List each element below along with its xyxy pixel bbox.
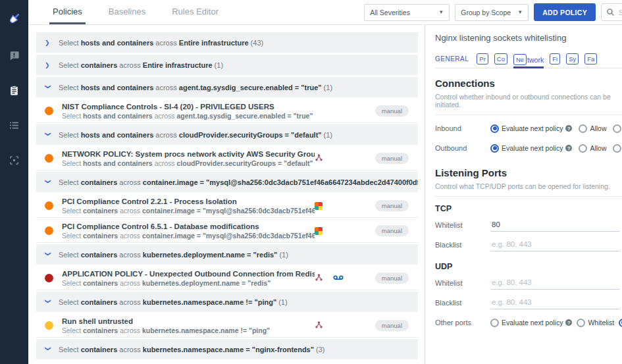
tab-pr[interactable]: Pr	[477, 53, 488, 68]
connections-heading: Connections	[435, 78, 622, 89]
field-label: Other ports	[435, 319, 490, 326]
search-icon	[606, 8, 615, 16]
radio-option-evaluate-next-policy[interactable]: Evaluate next policy?	[490, 319, 572, 327]
radio-field-row: OutboundEvaluate next policy?AllowDeny	[435, 138, 622, 158]
tab-baselines[interactable]: Baselines	[105, 0, 149, 24]
tab-rules-editor[interactable]: Rules Editor	[168, 0, 222, 24]
radio-options: Evaluate next policy?WhitelistBlacklist	[490, 319, 622, 327]
group-by-select[interactable]: Group by Scope ▼	[455, 4, 529, 21]
radio-option-allow[interactable]: Allow	[579, 124, 606, 133]
severity-dot	[45, 226, 53, 235]
top-actions: All Severities ▼ Group by Scope ▼ ADD PO…	[364, 0, 622, 24]
other-ports-row: Other portsEvaluate next policy?Whitelis…	[435, 313, 622, 332]
radio-option-evaluate-next-policy[interactable]: Evaluate next policy?	[490, 124, 572, 133]
sidebar-item-rules-list[interactable]	[0, 113, 28, 140]
radio-icon	[577, 319, 585, 327]
chevron-down-icon: ❯	[45, 179, 51, 186]
tab-general[interactable]: GENERAL	[435, 55, 469, 68]
chevron-down-icon: ❯	[45, 84, 51, 91]
capture-icon	[333, 273, 344, 284]
policy-group-header[interactable]: ❯Select hosts and containers across Enti…	[36, 32, 418, 53]
policy-text: NETWORK POLICY: System procs network act…	[62, 150, 315, 167]
manual-badge: manual	[375, 153, 409, 164]
radio-option-deny[interactable]: Deny	[613, 144, 622, 153]
sidebar-item-comment-alert[interactable]	[0, 43, 28, 70]
container-image-icon	[315, 202, 323, 210]
radio-label: Whitelist	[588, 319, 614, 326]
chevron-right-icon: ❯	[45, 62, 51, 68]
tab-sy[interactable]: Sy	[566, 53, 579, 68]
policy-row[interactable]: NIST Compliance Controls - SI-4 (20) - P…	[36, 99, 418, 123]
group-by-value: Group by Scope	[461, 9, 511, 16]
help-icon[interactable]: ?	[565, 125, 572, 132]
listening-ports-description: Control what TCP/UDP ports can be opened…	[435, 182, 622, 197]
policy-group-header[interactable]: ❯Select containers across kubernetes.nam…	[36, 292, 418, 312]
top-tabs: PoliciesBaselinesRules Editor	[28, 0, 222, 24]
policy-row[interactable]: Run shell untrustedSelect containers acr…	[36, 314, 418, 338]
radio-icon	[490, 319, 499, 327]
sidebar-item-sysdig-logo[interactable]	[0, 7, 28, 33]
field-label: Whitelist	[435, 279, 490, 287]
policy-row-icons	[315, 273, 375, 284]
radio-options: Evaluate next policy?AllowDeny	[490, 144, 622, 153]
radio-icon	[490, 124, 499, 133]
severity-dot	[45, 274, 53, 282]
policy-scope-subtitle: Select containers across container.image…	[62, 232, 315, 240]
help-icon[interactable]: ?	[565, 145, 572, 151]
sidebar-item-policies-clipboard[interactable]	[0, 78, 28, 105]
policy-group-header[interactable]: ❯Select containers across container.imag…	[36, 172, 418, 192]
policy-scope-subtitle: Select containers across container.image…	[62, 207, 315, 215]
udp-whitelist-input[interactable]	[490, 276, 619, 290]
udp-blacklist-input[interactable]	[490, 296, 619, 309]
tab-co[interactable]: Co	[494, 53, 507, 68]
policy-title: NIST Compliance Controls - SI-4 (20) - P…	[62, 103, 315, 111]
policy-row[interactable]: PCI Compliance Control 6.5.1 - Database …	[36, 219, 418, 243]
radio-option-deny[interactable]: Deny	[613, 124, 622, 133]
severity-filter-select[interactable]: All Severities ▼	[364, 4, 450, 21]
sidebar-item-capture-target[interactable]	[0, 148, 28, 174]
policy-row[interactable]: PCI Compliance Control 2.2.1 - Process I…	[36, 194, 418, 218]
policy-row-icons	[315, 227, 375, 235]
radio-option-whitelist[interactable]: Whitelist	[577, 319, 614, 327]
policy-row[interactable]: NETWORK POLICY: System procs network act…	[36, 147, 418, 170]
policy-group-header[interactable]: ❯Select containers across kubernetes.nam…	[36, 339, 418, 359]
input-field-row: Whitelist	[435, 273, 622, 293]
field-label: Blacklist	[435, 299, 490, 307]
tab-fa[interactable]: Fa	[584, 53, 597, 68]
group-header-label: Select containers across Entire infrastr…	[59, 61, 223, 69]
tcp-whitelist-input[interactable]	[490, 219, 619, 232]
radio-option-evaluate-next-policy[interactable]: Evaluate next policy?	[490, 144, 572, 153]
chevron-down-icon: ❯	[45, 132, 51, 138]
radio-options: Evaluate next policy?AllowDeny	[490, 124, 622, 133]
policy-group-header[interactable]: ❯Select containers across Entire infrast…	[36, 55, 418, 75]
tab-fi[interactable]: Fi	[550, 53, 560, 68]
policy-scope-subtitle: Select hosts and containers across agent…	[62, 112, 315, 120]
radio-label: Allow	[590, 124, 606, 132]
radio-option-blacklist[interactable]: Blacklist	[619, 319, 622, 327]
search-input[interactable]	[619, 9, 622, 16]
radio-option-allow[interactable]: Allow	[579, 144, 606, 153]
policy-detail-title: Nginx listening sockets whitelisting	[435, 33, 622, 43]
search-box[interactable]	[601, 3, 622, 21]
severity-dot	[45, 201, 53, 210]
policy-group-header[interactable]: ❯Select hosts and containers across clou…	[36, 124, 418, 145]
radio-field-row: InboundEvaluate next policy?AllowDeny	[435, 118, 622, 138]
tab-policies[interactable]: Policies	[49, 0, 86, 24]
input-field-row: Blacklist	[435, 235, 622, 255]
policy-row[interactable]: APPLICATION POLICY - Unexpected Outbound…	[36, 267, 418, 290]
policy-group-header[interactable]: ❯Select hosts and containers across agen…	[36, 77, 418, 97]
add-policy-button[interactable]: ADD POLICY	[534, 3, 596, 21]
help-icon[interactable]: ?	[565, 319, 572, 326]
group-header-label: Select containers across kubernetes.name…	[59, 298, 288, 306]
group-header-label: Select hosts and containers across Entir…	[59, 39, 263, 47]
left-nav-rail	[0, 0, 28, 364]
severity-dot	[45, 107, 53, 115]
tcp-blacklist-input[interactable]	[490, 238, 619, 251]
policy-group-header[interactable]: ❯Select containers across kubernetes.dep…	[36, 244, 418, 265]
udp-fields: WhitelistBlacklist	[435, 273, 622, 313]
tab-network[interactable]: Network	[513, 54, 544, 68]
chevron-right-icon: ❯	[45, 39, 51, 46]
policy-row-icons	[315, 320, 375, 332]
policy-scope-subtitle: Select containers across kubernetes.depl…	[62, 279, 315, 287]
manual-badge: manual	[375, 225, 409, 236]
